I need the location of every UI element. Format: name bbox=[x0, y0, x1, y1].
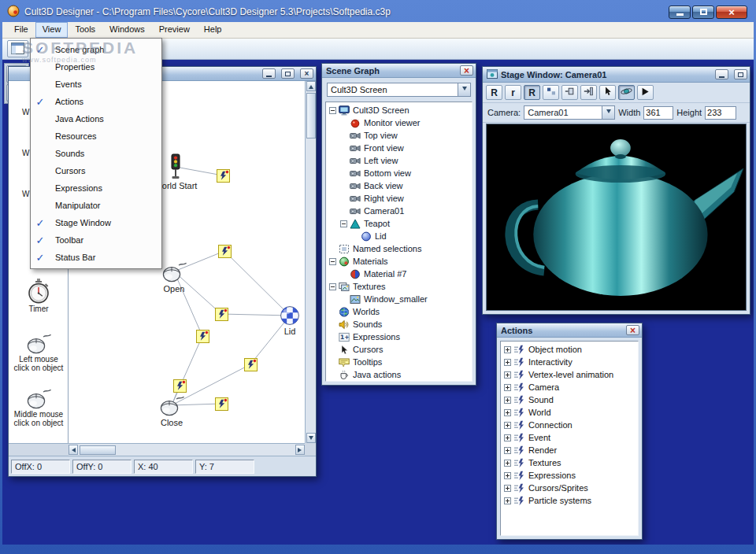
play-button[interactable] bbox=[637, 85, 654, 100]
tree-expander-icon[interactable] bbox=[329, 258, 336, 265]
scroll-right-button[interactable] bbox=[295, 445, 305, 455]
tree-expander-icon[interactable] bbox=[504, 397, 511, 404]
action-category-vertex-level-animation[interactable]: Vertex-level animation bbox=[501, 368, 638, 381]
tree-item-tooltips[interactable]: Tooltips bbox=[326, 356, 472, 368]
tree-expander-icon[interactable] bbox=[504, 447, 511, 454]
view-menu-item-toolbar[interactable]: ✓Toolbar bbox=[32, 231, 161, 249]
combobox-dropdown-button[interactable] bbox=[458, 83, 470, 96]
rotate-camera-button[interactable]: r bbox=[505, 85, 521, 100]
stage-viewport[interactable] bbox=[486, 124, 747, 311]
event-node-lid[interactable] bbox=[280, 305, 300, 326]
scene-graph-close-button[interactable]: × bbox=[460, 65, 473, 76]
tree-expander-icon[interactable] bbox=[329, 283, 336, 290]
horizontal-scroll-thumb[interactable] bbox=[80, 445, 116, 455]
view-menu-item-scene-graph[interactable]: ✓Scene graph bbox=[32, 41, 161, 58]
close-button[interactable]: × bbox=[716, 6, 747, 19]
tree-expander-icon[interactable] bbox=[504, 497, 511, 504]
maximize-button[interactable] bbox=[692, 6, 714, 19]
view-menu-item-sounds[interactable]: Sounds bbox=[32, 145, 161, 162]
tree-item-lid[interactable]: Lid bbox=[326, 230, 472, 242]
event-map-close-button[interactable]: × bbox=[300, 68, 313, 79]
tree-expander-icon[interactable] bbox=[340, 220, 347, 227]
camera-combobox[interactable]: Camera01 bbox=[524, 105, 615, 120]
tree-item-materials[interactable]: Materials bbox=[326, 255, 472, 268]
vertical-scrollbar[interactable] bbox=[305, 81, 316, 443]
tree-item-cursors[interactable]: Cursors bbox=[326, 343, 472, 356]
action-category-world[interactable]: World bbox=[501, 406, 638, 419]
tree-item-camera01[interactable]: Camera01 bbox=[326, 205, 472, 217]
tree-item-monitor-viewer[interactable]: Monitor viewer bbox=[326, 116, 472, 129]
view-menu-item-manipulator[interactable]: Manipulator bbox=[32, 197, 161, 214]
view-menu-item-properties[interactable]: Properties bbox=[32, 58, 161, 76]
tree-item-worlds[interactable]: Worlds bbox=[326, 305, 472, 318]
action-category-expressions[interactable]: Expressions bbox=[501, 469, 638, 482]
tree-item-back-view[interactable]: Back view bbox=[326, 179, 472, 192]
orbit-button[interactable] bbox=[618, 85, 635, 100]
tree-expander-icon[interactable] bbox=[504, 485, 511, 492]
action-category-interactivity[interactable]: Interactivity bbox=[501, 356, 638, 368]
tree-expander-icon[interactable] bbox=[504, 422, 511, 429]
tree-expander-icon[interactable] bbox=[504, 434, 511, 441]
tree-expander-icon[interactable] bbox=[504, 409, 511, 416]
scene-selector-combobox[interactable]: Cult3D Screen bbox=[327, 83, 471, 97]
tree-expander-icon[interactable] bbox=[504, 460, 511, 467]
view-menu-item-java-actions[interactable]: Java Actions bbox=[32, 110, 161, 127]
rotate-axis-button[interactable]: R bbox=[524, 85, 540, 100]
marker-button[interactable] bbox=[543, 85, 559, 100]
event-node-world-start[interactable] bbox=[168, 153, 183, 180]
palette-item-left-mouse[interactable]: Left mouseclick on object bbox=[9, 331, 69, 372]
tree-expander-icon[interactable] bbox=[504, 371, 511, 379]
tree-item-teapot[interactable]: Teapot bbox=[326, 217, 472, 230]
tree-item-expressions[interactable]: 1+2Expressions bbox=[326, 331, 472, 343]
actions-close-button[interactable]: × bbox=[626, 325, 639, 335]
pointer-button[interactable] bbox=[599, 85, 616, 100]
tree-item-front-view[interactable]: Front view bbox=[326, 142, 472, 154]
action-category-cursors-sprites[interactable]: Cursors/Sprites bbox=[501, 482, 638, 494]
action-category-camera[interactable]: Camera bbox=[501, 381, 638, 393]
tree-item-bottom-view[interactable]: Bottom view bbox=[326, 167, 472, 179]
stage-minimize-button[interactable] bbox=[715, 69, 728, 79]
view-menu-item-actions[interactable]: ✓Actions bbox=[32, 93, 161, 110]
menu-view[interactable]: View bbox=[35, 22, 69, 38]
tree-expander-icon[interactable] bbox=[504, 346, 511, 353]
tree-item-java-actions[interactable]: Java actions bbox=[326, 368, 472, 381]
event-action-node[interactable] bbox=[215, 397, 228, 411]
event-action-node[interactable] bbox=[218, 245, 232, 258]
action-category-render[interactable]: Render bbox=[501, 444, 638, 456]
tree-expander-icon[interactable] bbox=[504, 472, 511, 479]
menu-help[interactable]: Help bbox=[197, 22, 229, 38]
event-action-node[interactable] bbox=[217, 169, 230, 183]
action-category-textures[interactable]: Textures bbox=[501, 456, 638, 469]
combobox-dropdown-button[interactable] bbox=[602, 106, 614, 119]
action-category-particle-systems[interactable]: Particle systems bbox=[501, 494, 638, 507]
tree-item-left-view[interactable]: Left view bbox=[326, 154, 472, 167]
height-input[interactable] bbox=[705, 106, 736, 120]
menu-windows[interactable]: Windows bbox=[102, 22, 152, 38]
event-node-close[interactable] bbox=[158, 393, 185, 417]
scroll-up-button[interactable] bbox=[306, 81, 316, 91]
scroll-left-button[interactable] bbox=[69, 445, 78, 455]
tree-expander-icon[interactable] bbox=[504, 359, 511, 366]
event-map-minimize-button[interactable] bbox=[262, 68, 276, 79]
minimize-button[interactable] bbox=[669, 6, 691, 19]
event-action-node[interactable] bbox=[215, 308, 228, 321]
menu-file[interactable]: File bbox=[7, 22, 35, 38]
app-titlebar[interactable]: Cult3D Designer - C:\Program Files\Cycor… bbox=[2, 2, 754, 22]
menu-tools[interactable]: Tools bbox=[68, 22, 102, 38]
palette-item-timer[interactable]: Timer bbox=[9, 278, 69, 313]
dock-button[interactable] bbox=[580, 85, 597, 100]
actions-titlebar[interactable]: Actions × bbox=[497, 323, 642, 338]
action-category-object-motion[interactable]: Object motion bbox=[501, 343, 638, 356]
event-action-node[interactable] bbox=[196, 330, 209, 343]
palette-item-middle-mouse[interactable]: Middle mouseclick on object bbox=[9, 386, 69, 427]
tree-item-sounds[interactable]: Sounds bbox=[326, 318, 472, 331]
tree-item-named-selections[interactable]: Named selections bbox=[326, 242, 472, 255]
toolbar-window-button[interactable] bbox=[7, 40, 28, 57]
event-map-maximize-button[interactable] bbox=[281, 68, 295, 79]
view-menu-item-stage-window[interactable]: ✓Stage Window bbox=[32, 214, 161, 231]
tree-item-material-7[interactable]: Material #7 bbox=[326, 268, 472, 280]
tree-item-top-view[interactable]: Top view bbox=[326, 129, 472, 142]
pin-button[interactable] bbox=[561, 85, 578, 100]
view-menu-item-expressions[interactable]: Expressions bbox=[32, 179, 161, 197]
event-action-node[interactable] bbox=[244, 358, 258, 371]
